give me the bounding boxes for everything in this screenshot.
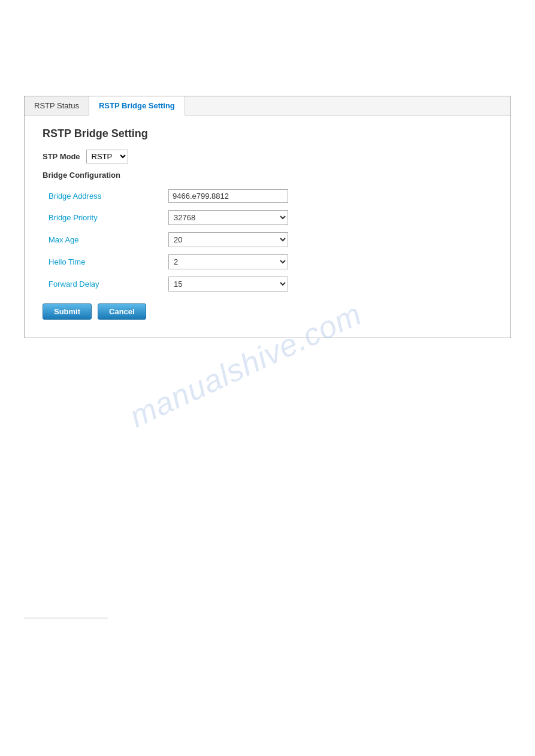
- hello-time-label: Hello Time: [49, 257, 156, 266]
- max-age-row: Max Age 20 678910 1112131415 16171819 21…: [49, 232, 492, 247]
- forward-delay-label: Forward Delay: [49, 280, 156, 289]
- panel-content: RSTP Bridge Setting STP Mode RSTP STP MS…: [25, 116, 510, 338]
- stp-mode-label: STP Mode: [43, 152, 80, 161]
- cancel-button[interactable]: Cancel: [98, 303, 146, 320]
- max-age-label: Max Age: [49, 235, 156, 244]
- stp-mode-row: STP Mode RSTP STP MSTP Disable: [43, 150, 492, 163]
- page-container: RSTP Status RSTP Bridge Setting RSTP Bri…: [0, 0, 535, 362]
- tab-rstp-status-label: RSTP Status: [34, 101, 79, 110]
- main-panel: RSTP Status RSTP Bridge Setting RSTP Bri…: [24, 96, 511, 338]
- tab-bar: RSTP Status RSTP Bridge Setting: [25, 96, 510, 116]
- panel-title: RSTP Bridge Setting: [43, 127, 492, 140]
- bridge-priority-select[interactable]: 32768 0 4096 8192 16384 24576 28672 3686…: [168, 210, 288, 225]
- hello-time-select[interactable]: 2 1345 678910: [168, 254, 288, 269]
- tab-rstp-bridge-setting[interactable]: RSTP Bridge Setting: [89, 96, 185, 116]
- submit-button[interactable]: Submit: [43, 303, 92, 320]
- bridge-config-form: Bridge Address Bridge Priority 32768 0 4…: [49, 189, 492, 292]
- button-row: Submit Cancel: [43, 303, 492, 320]
- bottom-line: [24, 618, 108, 618]
- max-age-select[interactable]: 20 678910 1112131415 16171819 2122232425…: [168, 232, 288, 247]
- bridge-address-label: Bridge Address: [49, 192, 156, 201]
- tab-rstp-status[interactable]: RSTP Status: [25, 96, 89, 115]
- forward-delay-select[interactable]: 15 45678 910111213 1416171819 2021222324…: [168, 277, 288, 292]
- bridge-priority-label: Bridge Priority: [49, 213, 156, 222]
- bridge-priority-row: Bridge Priority 32768 0 4096 8192 16384 …: [49, 210, 492, 225]
- stp-mode-select[interactable]: RSTP STP MSTP Disable: [86, 150, 128, 163]
- forward-delay-row: Forward Delay 15 45678 910111213 1416171…: [49, 277, 492, 292]
- bridge-config-label: Bridge Configuration: [43, 171, 492, 180]
- bridge-address-input[interactable]: [168, 189, 288, 203]
- bridge-address-row: Bridge Address: [49, 189, 492, 203]
- tab-rstp-bridge-setting-label: RSTP Bridge Setting: [99, 101, 175, 110]
- hello-time-row: Hello Time 2 1345 678910: [49, 254, 492, 269]
